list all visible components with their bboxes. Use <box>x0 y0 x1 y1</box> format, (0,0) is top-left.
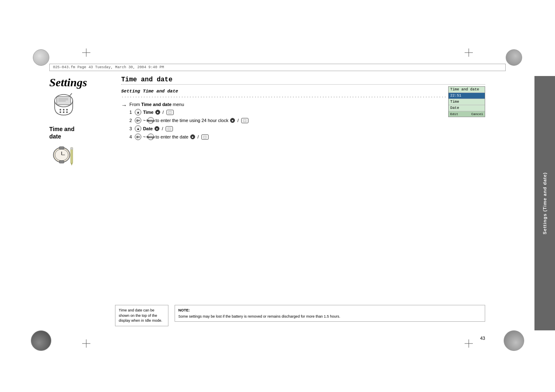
back-key-icon-2: ⬚ <box>241 118 249 123</box>
back-key-icon-4: ⬚ <box>201 134 209 140</box>
subsection-title: Setting Time and date ..................… <box>121 89 485 99</box>
screen-cancel-label: Cancel <box>471 112 483 116</box>
screen-row-time: Time <box>449 99 485 105</box>
clock-icon <box>49 143 78 166</box>
svg-rect-20 <box>71 148 73 150</box>
step-3: 3 ▲ Date ● / ⬚ <box>129 125 485 132</box>
back-key-icon: ⬚ <box>166 110 174 115</box>
ok-key-icon-3: ● <box>154 126 159 131</box>
settings-title: Settings <box>49 76 111 89</box>
nine-key-4: 9wxyz <box>147 134 154 140</box>
page: 025-043.fm Page 43 Tuesday, March 30, 20… <box>0 0 555 392</box>
svg-rect-1 <box>57 97 71 105</box>
step-4: 4 0+ ~ 9wxyz to enter the date ● / ⬚ <box>129 134 485 140</box>
crosshair-bottom-left <box>82 339 90 348</box>
phone-screen-mockup: Time and date 22:51 Time Date Edit Cance… <box>448 86 485 117</box>
step-1: 1 ▲ Time ● / ⬚ <box>129 109 485 115</box>
note-left: Time and date can be shown on the top of… <box>115 305 168 326</box>
side-tab: Settings (Time and date) <box>534 76 555 330</box>
crosshair-bottom-right <box>465 339 473 348</box>
time-and-date-label: Time anddate <box>49 125 111 140</box>
nav-key-icon: ▲ <box>135 109 141 115</box>
svg-marker-19 <box>71 163 73 166</box>
bottom-notes: Time and date can be shown on the top of… <box>115 305 485 326</box>
zero-key: 0+ <box>135 117 141 124</box>
nine-key: 9wxyz <box>147 117 154 124</box>
main-content: Settings <box>49 76 485 330</box>
svg-point-8 <box>66 109 68 111</box>
svg-line-5 <box>70 93 72 96</box>
svg-point-9 <box>60 111 61 113</box>
from-text: From Time and date menu <box>129 102 485 107</box>
screen-footer: Edit Cancel <box>449 111 485 117</box>
ok-key-icon-4: ● <box>190 134 195 139</box>
instructions-row: → From Time and date menu 1 ▲ Time ● / ⬚ <box>121 102 485 142</box>
dotted-divider <box>121 84 485 85</box>
header-bar: 025-043.fm Page 43 Tuesday, March 30, 20… <box>49 64 506 71</box>
svg-point-11 <box>66 111 68 113</box>
corner-decoration-bottom-right <box>504 330 524 351</box>
crosshair-top-right <box>465 48 473 57</box>
phone-icon <box>49 92 78 119</box>
crosshair-top-left <box>82 48 90 57</box>
instructions-block: From Time and date menu 1 ▲ Time ● / ⬚ 2 <box>129 102 485 142</box>
svg-point-10 <box>63 111 64 113</box>
header-text: 025-043.fm Page 43 Tuesday, March 30, 20… <box>53 65 164 69</box>
ok-key-icon: ● <box>155 110 160 115</box>
svg-point-6 <box>60 109 61 111</box>
zero-key-4: 0+ <box>135 134 141 140</box>
nav-key-icon-3: ▲ <box>135 125 141 132</box>
note-right: NOTE: Some settings may be lost if the b… <box>175 305 485 322</box>
screen-edit-label: Edit <box>450 112 458 116</box>
screen-row-date: Date <box>449 105 485 111</box>
page-number: 43 <box>480 336 485 341</box>
svg-point-7 <box>63 109 64 111</box>
left-panel: Settings <box>49 76 115 330</box>
side-tab-text: Settings (Time and date) <box>542 172 547 235</box>
svg-rect-16 <box>59 147 64 149</box>
corner-decoration-top-left <box>33 49 49 66</box>
corner-decoration-bottom-left <box>31 330 51 351</box>
step-2: 2 0+ ~ 9wxyz to enter the time using 24 … <box>129 117 485 124</box>
clock-icon-area <box>49 143 80 168</box>
screen-row-timeanddate: Time and date <box>449 87 485 93</box>
note-title: NOTE: <box>178 308 481 313</box>
svg-rect-18 <box>71 148 73 163</box>
right-panel: Time and date Setting Time and date ....… <box>115 76 485 330</box>
section-title: Time and date <box>121 76 485 83</box>
arrow-icon: → <box>121 102 127 108</box>
svg-rect-17 <box>59 161 64 163</box>
screen-row-time-value: 22:51 <box>449 93 485 99</box>
ok-key-icon-2: ● <box>230 118 235 123</box>
back-key-icon-3: ⬚ <box>166 126 173 131</box>
corner-decoration-top-right <box>506 49 522 66</box>
phone-icon-area <box>49 92 82 123</box>
